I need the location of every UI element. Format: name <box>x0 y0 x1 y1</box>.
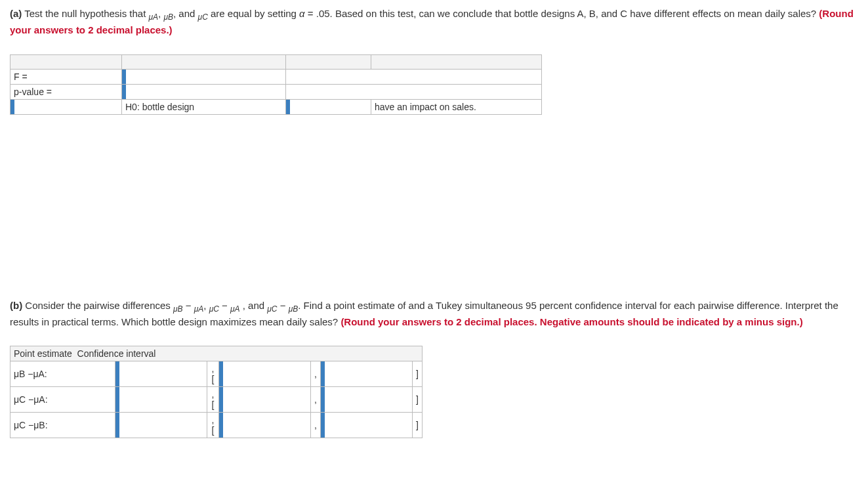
ci-ba-low-field[interactable] <box>223 361 310 386</box>
impact-label: have an impact on sales. <box>371 99 542 114</box>
tb-hdr-pe: Point estimate <box>14 348 72 359</box>
part-a-label: (a) <box>10 8 22 19</box>
ta-p-label: p-value = <box>10 84 122 99</box>
tb-r2-label: μC −μA: <box>10 387 115 413</box>
tb-r3-label: μC −μB: <box>10 413 115 438</box>
comma-sep: , <box>311 387 321 413</box>
f-value-input[interactable] <box>122 70 285 84</box>
comma-sep: , <box>311 361 321 387</box>
ci-ba-high-field[interactable] <box>325 361 412 386</box>
open-bracket: , [ <box>207 361 219 387</box>
does-field[interactable] <box>290 100 371 114</box>
does-input[interactable] <box>286 100 371 114</box>
open-bracket: , [ <box>207 387 219 413</box>
comma-sep: , <box>311 413 321 438</box>
ta-header-blank3 <box>286 54 371 69</box>
p-value-field[interactable] <box>126 85 285 99</box>
f-value-field[interactable] <box>126 70 285 84</box>
ta-header-blank4 <box>371 54 542 69</box>
ci-ca-low-input[interactable] <box>219 387 310 412</box>
pe-ca-input[interactable] <box>115 387 207 412</box>
ci-ba-high-input[interactable] <box>321 361 412 386</box>
ci-cb-high-input[interactable] <box>321 413 412 438</box>
open-bracket: , [ <box>207 413 219 438</box>
ci-ba-low-input[interactable] <box>219 361 310 386</box>
table-b: Point estimate Confidence interval μB −μ… <box>10 346 423 438</box>
question-a-prompt: (a) Test the null hypothesis that μA, μB… <box>10 7 858 38</box>
ci-cb-low-field[interactable] <box>223 413 310 438</box>
ci-cb-low-input[interactable] <box>219 413 310 438</box>
p-value-input[interactable] <box>122 85 285 99</box>
round-instruction-b: (Round your answers to 2 decimal places.… <box>341 316 802 327</box>
ta-f-label: F = <box>10 69 122 84</box>
close-bracket: ] <box>412 387 422 413</box>
pe-cb-input[interactable] <box>115 413 207 438</box>
part-b-label: (b) <box>10 300 22 311</box>
decision-input[interactable] <box>10 100 121 114</box>
close-bracket: ] <box>412 413 422 438</box>
ci-ca-high-input[interactable] <box>321 387 412 412</box>
pe-ba-input[interactable] <box>115 361 207 386</box>
question-b-prompt: (b) Consider the pairwise differences μB… <box>10 298 858 330</box>
tb-hdr-ci: Confidence interval <box>77 348 156 359</box>
pe-ca-field[interactable] <box>119 387 207 412</box>
pe-cb-field[interactable] <box>119 413 207 438</box>
h0-label: H0: bottle design <box>122 99 286 114</box>
ci-ca-high-field[interactable] <box>325 387 412 412</box>
tb-r1-label: μB −μA: <box>10 361 115 387</box>
close-bracket: ] <box>412 361 422 387</box>
ci-cb-high-field[interactable] <box>325 413 412 438</box>
table-a: F = p-value = H0: bottle design <box>10 54 542 115</box>
decision-field[interactable] <box>14 100 121 114</box>
ta-header-blank2 <box>122 54 286 69</box>
pe-ba-field[interactable] <box>119 361 207 386</box>
ci-ca-low-field[interactable] <box>223 387 310 412</box>
ta-header-blank1 <box>10 54 122 69</box>
